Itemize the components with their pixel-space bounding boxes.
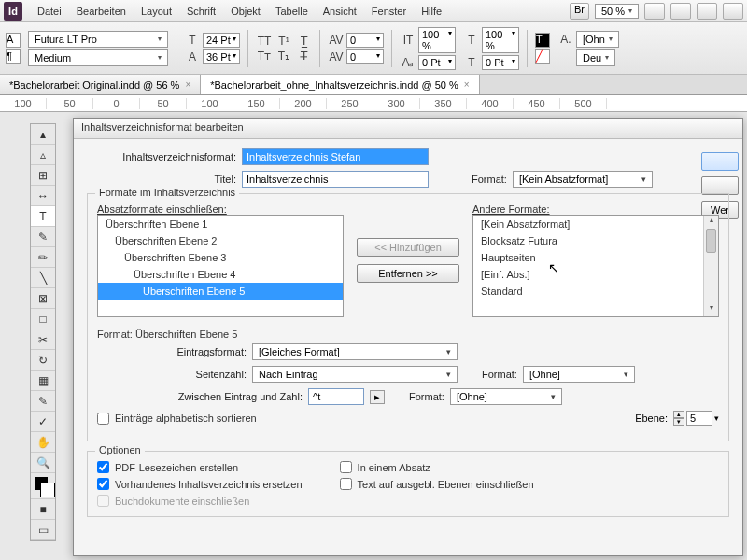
kerning-select[interactable]: 0 xyxy=(346,33,384,48)
para-icon[interactable]: ¶ xyxy=(6,49,21,64)
toc-format-input[interactable]: Inhaltsverzeichnis Stefan xyxy=(242,148,429,165)
cancel-button[interactable] xyxy=(701,176,739,195)
pen-tool[interactable]: ✎ xyxy=(31,227,55,247)
char-para-icon[interactable]: A xyxy=(6,33,21,48)
title-format-select[interactable]: [Kein Absatzformat] xyxy=(513,171,653,188)
baseline-select[interactable]: 0 Pt xyxy=(418,55,456,70)
list-item[interactable]: Überschriften Ebene 3 xyxy=(98,249,343,266)
apply-color[interactable]: ■ xyxy=(31,499,55,520)
list-item[interactable]: Überschriften Ebene 1 xyxy=(98,216,343,232)
font-size-select[interactable]: 24 Pt xyxy=(203,33,240,48)
list-item[interactable]: [Einf. Abs.] xyxy=(473,266,718,283)
flyout-icon[interactable]: ▸ xyxy=(370,390,385,404)
menu-datei[interactable]: Datei xyxy=(30,2,69,21)
zoom-dropdown[interactable]: 50 % xyxy=(595,4,639,19)
pdf-bookmarks-checkbox[interactable] xyxy=(97,461,109,473)
smallcaps-icon[interactable]: Tᴛ xyxy=(256,49,273,63)
list-item[interactable]: Hauptseiten xyxy=(473,249,718,266)
hscale-select[interactable]: 100 % xyxy=(482,27,519,53)
list-item[interactable]: [Kein Absatzformat] xyxy=(473,216,718,232)
page-number-select[interactable]: Nach Eintrag xyxy=(252,366,458,383)
screen-mode[interactable] xyxy=(723,3,743,20)
ok-button[interactable] xyxy=(701,152,739,171)
menu-schrift[interactable]: Schrift xyxy=(179,2,223,21)
bridge-button[interactable]: Br xyxy=(570,3,589,20)
list-item[interactable]: Überschriften Ebene 5 xyxy=(98,283,343,300)
menu-tabelle[interactable]: Tabelle xyxy=(268,2,316,21)
view-mode-normal[interactable]: ▭ xyxy=(31,520,55,540)
menu-objekt[interactable]: Objekt xyxy=(223,2,268,21)
other-label: Andere Formate: xyxy=(472,203,719,215)
note-tool[interactable]: ✎ xyxy=(31,391,55,412)
font-family-select[interactable]: Futura LT Pro xyxy=(28,31,168,48)
font-weight-select[interactable]: Medium xyxy=(28,49,168,66)
selection-tool[interactable]: ▴ xyxy=(31,124,55,145)
view-mode-2[interactable] xyxy=(670,3,691,20)
add-button[interactable]: << Hinzufügen xyxy=(357,238,459,257)
fill-stroke-swatch[interactable] xyxy=(31,473,55,499)
sup-icon[interactable]: T¹ xyxy=(275,35,292,48)
page-format-select[interactable]: [Ohne] xyxy=(523,366,635,383)
list-item[interactable]: Überschriften Ebene 4 xyxy=(98,266,343,283)
gap-tool[interactable]: ↔ xyxy=(31,186,55,206)
between-input[interactable]: ^t xyxy=(308,388,364,405)
skew-select[interactable]: 0 Pt xyxy=(482,55,519,70)
charstyle-select[interactable]: [Ohn xyxy=(576,31,619,48)
level-spinner[interactable]: ▴▾ 5 ▾ xyxy=(673,411,719,426)
list-item[interactable]: Überschriften Ebene 2 xyxy=(98,232,343,249)
charstyle-icon: A. xyxy=(557,33,574,46)
entry-format-select[interactable]: [Gleiches Format] xyxy=(252,343,458,360)
tracking-select[interactable]: 0 xyxy=(346,49,384,64)
pencil-tool[interactable]: ✏ xyxy=(31,247,55,268)
rectangle-frame-tool[interactable]: ⊠ xyxy=(31,288,55,309)
tab-doc-1[interactable]: *Bachelorarbeit Original.indd @ 56 %× xyxy=(0,75,201,94)
line-tool[interactable]: ╲ xyxy=(31,268,55,288)
between-format-select[interactable]: [Ohne] xyxy=(450,388,562,405)
menu-layout[interactable]: Layout xyxy=(134,2,179,21)
rectangle-tool[interactable]: □ xyxy=(31,309,55,329)
fill-color-icon[interactable]: T xyxy=(535,33,550,48)
language-select[interactable]: Deu xyxy=(576,49,615,66)
hand-tool[interactable]: ✋ xyxy=(31,432,55,453)
sub-icon[interactable]: T₁ xyxy=(275,49,292,63)
single-para-checkbox[interactable] xyxy=(340,461,352,473)
close-icon[interactable]: × xyxy=(185,79,190,90)
menu-bearbeiten[interactable]: Bearbeiten xyxy=(69,2,134,21)
remove-button[interactable]: Entfernen >> xyxy=(357,264,459,283)
view-mode-1[interactable] xyxy=(644,3,665,20)
title-label: Titel: xyxy=(87,174,236,185)
direct-selection-tool[interactable]: ▵ xyxy=(31,145,55,165)
alpha-sort-checkbox[interactable] xyxy=(97,413,109,425)
scrollbar[interactable]: ▴▾ xyxy=(703,216,718,316)
gradient-tool[interactable]: ▦ xyxy=(31,371,55,391)
underline-icon[interactable]: T̲ xyxy=(295,35,312,48)
list-item[interactable]: Blocksatz Futura xyxy=(473,232,718,249)
view-mode-3[interactable] xyxy=(697,3,717,20)
tab-doc-2[interactable]: *Bachelorarbeit_ohne_Inhaltsverzeichnis.… xyxy=(201,75,479,94)
rotate-tool[interactable]: ↻ xyxy=(31,350,55,371)
include-listbox[interactable]: Überschriften Ebene 1 Überschriften Eben… xyxy=(97,215,344,317)
formats-legend: Formate im Inhaltsverzeichnis xyxy=(95,187,239,198)
zoom-tool[interactable]: 🔍 xyxy=(31,453,55,473)
size-icon: T xyxy=(184,34,201,47)
stroke-color-icon[interactable]: ╱ xyxy=(535,49,550,64)
menu-ansicht[interactable]: Ansicht xyxy=(316,2,364,21)
close-icon[interactable]: × xyxy=(464,79,470,90)
menu-fenster[interactable]: Fenster xyxy=(364,2,414,21)
caps-icon[interactable]: TT xyxy=(256,35,273,48)
hidden-layers-checkbox[interactable] xyxy=(340,478,352,490)
strike-icon[interactable]: T̶ xyxy=(295,49,312,63)
book-docs-checkbox xyxy=(97,495,109,507)
other-listbox[interactable]: [Kein Absatzformat] Blocksatz Futura Hau… xyxy=(472,215,719,317)
title-input[interactable]: Inhaltsverzeichnis xyxy=(242,171,429,188)
menu-hilfe[interactable]: Hilfe xyxy=(414,2,449,21)
replace-toc-checkbox[interactable] xyxy=(97,478,109,490)
vscale-select[interactable]: 100 % xyxy=(418,27,456,53)
leading-select[interactable]: 36 Pt xyxy=(203,49,240,64)
eyedropper-tool[interactable]: ✓ xyxy=(31,412,55,432)
list-item[interactable]: Standard xyxy=(473,283,718,300)
type-tool[interactable]: T xyxy=(31,206,55,227)
page-tool[interactable]: ⊞ xyxy=(31,165,55,186)
format-label: Format: xyxy=(472,174,507,185)
scissors-tool[interactable]: ✂ xyxy=(31,329,55,350)
